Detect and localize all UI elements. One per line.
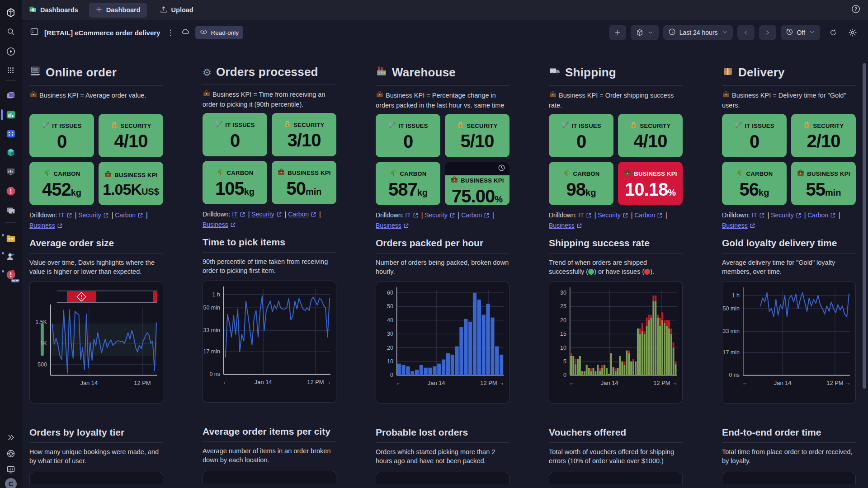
- stat-tile-value: 0: [403, 132, 413, 150]
- stat-value-text: 50: [286, 178, 306, 198]
- drilldown-link-security[interactable]: Security: [251, 211, 274, 218]
- svg-text:←: ←: [396, 380, 402, 386]
- briefcase-icon: [203, 92, 211, 99]
- app-problems-icon[interactable]: NEW: [0, 267, 22, 282]
- stat-tile-label: SECURITY: [630, 121, 670, 130]
- app-blocks-icon[interactable]: [0, 127, 22, 141]
- drilldown-link-carbon[interactable]: Carbon: [115, 211, 136, 219]
- stat-label-text: CARBON: [746, 170, 773, 177]
- apps-grid-icon[interactable]: [0, 64, 22, 79]
- drilldown-link-carbon[interactable]: Carbon: [634, 211, 655, 219]
- column-kpi-text: Business KPI = Delivery time for "Gold" …: [722, 92, 846, 109]
- time-forward-button[interactable]: [759, 25, 776, 40]
- stat-value-text: 0: [57, 131, 66, 151]
- drilldown-link-security[interactable]: Security: [425, 211, 448, 219]
- drilldown-link-it[interactable]: IT: [578, 211, 584, 219]
- search-icon[interactable]: [0, 25, 22, 40]
- stat-tile-carbon[interactable]: CARBON452kg: [29, 162, 94, 205]
- chart-panel[interactable]: 5001K1.5KJan 1412 PM: [29, 282, 163, 404]
- report-chart-icon[interactable]: [0, 462, 22, 477]
- app-3d-icon[interactable]: [0, 145, 22, 160]
- stat-tile-carbon[interactable]: CARBON587kg: [376, 162, 440, 205]
- stat-tile-carbon[interactable]: CARBON105kg: [203, 161, 267, 204]
- stat-tile-it-issues[interactable]: IT ISSUES0: [722, 114, 787, 157]
- user-avatar[interactable]: C: [0, 477, 22, 488]
- time-range-dropdown[interactable]: Last 24 hours: [663, 25, 733, 40]
- stat-tile-it-issues[interactable]: IT ISSUES0: [203, 113, 267, 156]
- grafana-logo[interactable]: [0, 6, 22, 21]
- drilldown-link-it[interactable]: IT: [232, 211, 237, 218]
- app-dashboards-icon[interactable]: [0, 108, 22, 122]
- play-circle-icon[interactable]: [0, 45, 22, 60]
- time-back-button[interactable]: [737, 25, 755, 40]
- apps-grid-icon: [6, 69, 15, 76]
- stat-tile-value: 10.18%: [625, 180, 676, 198]
- svg-text:→: →: [672, 380, 678, 386]
- stat-tile-business-kpi[interactable]: BUSINESS KPI1.05KUS$: [99, 162, 163, 205]
- sidebar-divider: [5, 80, 16, 81]
- drilldown-link-business[interactable]: Business: [29, 222, 55, 229]
- bottom-section-title: Average order items per city: [203, 426, 336, 442]
- drilldown-link-carbon[interactable]: Carbon: [807, 211, 828, 219]
- stat-tile-carbon[interactable]: CARBON98kg: [549, 162, 613, 205]
- drilldown-link-carbon[interactable]: Carbon: [288, 211, 309, 218]
- stat-value-unit: kg: [585, 188, 596, 197]
- expand-sidebar-icon[interactable]: [0, 430, 22, 445]
- svg-text:33 min: 33 min: [723, 328, 740, 334]
- stat-tile-business-kpi[interactable]: BUSINESS KPI75.00%: [445, 162, 509, 205]
- drilldown-link-security[interactable]: Security: [78, 211, 101, 219]
- drilldown-link-carbon[interactable]: Carbon: [461, 211, 482, 219]
- dashboard-settings-button[interactable]: [846, 28, 859, 37]
- stat-tile-security[interactable]: SECURITY5/10: [445, 114, 509, 157]
- app-monitor-icon[interactable]: [0, 164, 22, 179]
- stat-tile-business-kpi[interactable]: BUSINESS KPI10.18%: [618, 162, 683, 205]
- panel-outline-icon[interactable]: [30, 27, 39, 38]
- tab-new-dashboard[interactable]: Dashboard: [89, 3, 147, 18]
- stat-tile-it-issues[interactable]: IT ISSUES0: [29, 114, 94, 157]
- chart-panel[interactable]: 0102030405060Jan 1412 PM←→: [376, 282, 509, 404]
- svg-text:1.5K: 1.5K: [35, 319, 47, 325]
- add-panel-button[interactable]: [609, 25, 626, 40]
- app-person-icon[interactable]: [0, 249, 22, 264]
- help-buoy-icon[interactable]: [0, 446, 22, 461]
- help-button[interactable]: ?: [851, 4, 861, 16]
- chart-panel[interactable]: 051015202530Jan 1412 PM←→: [549, 282, 683, 404]
- panel-library-dropdown[interactable]: [631, 25, 659, 40]
- breadcrumb[interactable]: Dashboards: [29, 5, 78, 14]
- app-alert-icon[interactable]: [0, 184, 22, 198]
- stat-value-text: 10.18: [625, 179, 668, 199]
- drilldown-link-security[interactable]: Security: [771, 211, 794, 219]
- scrollbar-thumb[interactable]: [863, 63, 866, 389]
- app-blocks-icon: [5, 128, 17, 140]
- stat-tile-security[interactable]: SECURITY4/10: [99, 114, 163, 157]
- upload-button[interactable]: Upload: [155, 2, 198, 18]
- stat-tile-business-kpi[interactable]: BUSINESS KPI55min: [791, 162, 856, 205]
- stat-tile-security[interactable]: SECURITY2/10: [791, 114, 856, 157]
- column-title-text: Orders processed: [216, 65, 318, 79]
- stat-tile-business-kpi[interactable]: BUSINESS KPI50min: [272, 161, 336, 204]
- drilldown-link-it[interactable]: IT: [59, 211, 64, 219]
- app-windows-icon[interactable]: [0, 203, 22, 218]
- drilldown-link-it[interactable]: IT: [405, 211, 410, 219]
- app-frames-icon[interactable]: [0, 89, 22, 103]
- stat-tile-security[interactable]: SECURITY3/10: [272, 113, 336, 156]
- external-link-icon: [657, 212, 663, 220]
- refresh-button[interactable]: [825, 25, 842, 40]
- kebab-menu-icon[interactable]: ⋮: [165, 28, 175, 38]
- chart-panel[interactable]: 0 ns17 min33 min50 min1 hJan 1412 PM←→: [722, 282, 856, 404]
- stat-tile-it-issues[interactable]: IT ISSUES0: [549, 114, 613, 157]
- drilldown-link-business[interactable]: Business: [203, 221, 228, 228]
- drilldown-link-business[interactable]: Business: [376, 222, 401, 229]
- cloud-icon[interactable]: [181, 27, 190, 38]
- stat-tile-carbon[interactable]: CARBON56kg: [722, 162, 787, 205]
- stat-tile-it-issues[interactable]: IT ISSUES0: [376, 114, 440, 157]
- stat-tiles: IT ISSUES0SECURITY5/10CARBON587kgBUSINES…: [376, 114, 509, 205]
- drilldown-link-security[interactable]: Security: [598, 211, 621, 219]
- app-folder-icon[interactable]: [0, 231, 22, 246]
- drilldown-link-business[interactable]: Business: [549, 222, 575, 229]
- chart-panel[interactable]: 0 ns17 min33 min50 min1 hJan 1412 PM←→: [203, 281, 336, 403]
- stat-tile-security[interactable]: SECURITY4/10: [618, 114, 683, 157]
- auto-refresh-dropdown[interactable]: Off: [781, 25, 820, 40]
- drilldown-link-it[interactable]: IT: [751, 211, 757, 219]
- drilldown-link-business[interactable]: Business: [722, 222, 748, 229]
